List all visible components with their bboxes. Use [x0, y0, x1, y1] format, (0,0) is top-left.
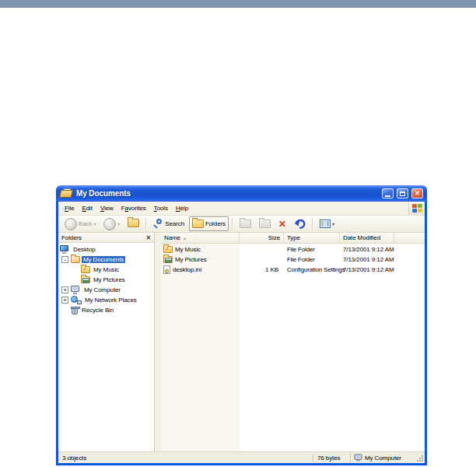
file-type-cell: File Folder [284, 256, 340, 263]
views-dropdown-icon: ▾ [332, 221, 334, 226]
expand-box-icon[interactable]: + [61, 286, 68, 293]
file-row-desktop-ini[interactable]: desktop.ini1 KBConfiguration Settings7/1… [161, 265, 425, 275]
windows-logo-tile [408, 202, 425, 215]
open-folder-icon [71, 256, 80, 263]
status-zone-label: My Computer [365, 455, 401, 462]
status-bar: 3 objects 76 bytes My Computer [58, 451, 425, 463]
tree-item-desktop[interactable]: Desktop [58, 244, 154, 255]
menu-tools[interactable]: Tools [150, 203, 172, 213]
minimize-button[interactable] [382, 188, 394, 198]
computer-icon [71, 286, 81, 294]
network-icon [71, 296, 82, 304]
close-button[interactable]: ✕ [411, 188, 423, 198]
tree-item-my-documents[interactable]: -My Documents [58, 255, 154, 265]
folders-pane-close-icon[interactable]: ✕ [145, 234, 151, 241]
copy-to-button[interactable] [256, 216, 274, 231]
toolbar-separator [312, 218, 313, 230]
tree-item-recycle-bin[interactable]: Recycle Bin [58, 305, 154, 315]
music-folder-icon [163, 246, 173, 253]
delete-button[interactable]: ✕ [275, 216, 289, 231]
tree-label: My Network Places [83, 297, 138, 304]
file-modified-cell: 7/13/2001 9:12 AM [340, 266, 394, 273]
back-dropdown-icon[interactable]: ▾ [93, 221, 96, 226]
music-folder-icon [81, 266, 90, 273]
menu-items: FileEditViewFavoritesToolsHelp [58, 203, 192, 213]
menu-favorites[interactable]: Favorites [117, 203, 150, 213]
folders-pane: Folders ✕ Desktop-My DocumentsMy MusicMy… [58, 233, 155, 451]
column-label: Size [268, 234, 280, 241]
tree-item-my-computer[interactable]: +My Computer [58, 285, 154, 295]
pictures-folder-icon [163, 256, 173, 263]
window-body: FileEditViewFavoritesToolsHelp ← Back ▾ … [56, 202, 427, 465]
status-zone: My Computer [350, 452, 425, 463]
forward-button[interactable]: → ▾ [100, 216, 123, 231]
column-header-date-modified[interactable]: Date Modified [340, 233, 394, 243]
title-bar[interactable]: My Documents ✕ [56, 185, 427, 202]
file-row-my-music[interactable]: My MusicFile Folder7/13/2001 9:12 AM [161, 244, 425, 255]
file-name: desktop.ini [173, 266, 201, 273]
forward-dropdown-icon[interactable]: ▾ [117, 221, 120, 226]
menu-file[interactable]: File [61, 203, 79, 213]
tree-item-my-pictures[interactable]: My Pictures [58, 275, 154, 285]
toolbar: ← Back ▾ → ▾ ↑ Search Folders [58, 216, 425, 233]
column-label: Date Modified [343, 234, 380, 241]
column-header-name[interactable]: Name▴ [161, 233, 240, 243]
file-type-cell: Configuration Settings [284, 266, 340, 273]
column-header-size[interactable]: Size [240, 233, 284, 243]
folders-pane-header: Folders ✕ [58, 233, 154, 243]
file-name: My Pictures [175, 256, 207, 263]
tree-label: Recycle Bin [80, 307, 115, 314]
collapse-box-icon[interactable]: - [61, 256, 68, 263]
recycle-bin-icon [71, 306, 79, 314]
copy-to-icon [259, 219, 271, 228]
file-name-cell: My Pictures [161, 256, 240, 263]
file-list-pane: Name▴SizeTypeDate Modified My MusicFile … [161, 233, 425, 451]
tree-item-my-network-places[interactable]: +My Network Places [58, 295, 154, 305]
folders-label: Folders [205, 220, 226, 227]
menu-help[interactable]: Help [172, 203, 192, 213]
views-button[interactable]: ▾ [317, 216, 338, 231]
file-name-cell: desktop.ini [161, 265, 240, 274]
file-row-my-pictures[interactable]: My PicturesFile Folder7/13/2001 9:12 AM [161, 255, 425, 265]
tree-item-my-music[interactable]: My Music [58, 265, 154, 275]
pane-splitter[interactable] [155, 233, 161, 451]
search-icon [153, 219, 163, 229]
column-label: Name [164, 234, 180, 241]
file-modified-cell: 7/13/2001 9:12 AM [340, 256, 394, 263]
column-label: Type [287, 234, 300, 241]
tree-label: My Music [92, 266, 121, 273]
file-list: My MusicFile Folder7/13/2001 9:12 AMMy P… [161, 244, 425, 451]
folders-button[interactable]: Folders [189, 216, 229, 231]
back-button[interactable]: ← Back ▾ [61, 216, 99, 231]
main-area: Folders ✕ Desktop-My DocumentsMy MusicMy… [58, 233, 425, 451]
maximize-button[interactable] [397, 188, 408, 198]
column-header-type[interactable]: Type [284, 233, 340, 243]
windows-logo-icon [411, 204, 422, 213]
forward-icon: → [103, 218, 116, 230]
back-label: Back [79, 220, 92, 227]
window-title: My Documents [76, 189, 379, 198]
desktop-icon [60, 245, 70, 254]
file-type-cell: File Folder [284, 246, 340, 253]
undo-button[interactable] [291, 216, 309, 231]
menu-view[interactable]: View [96, 203, 117, 213]
file-name-cell: My Music [161, 246, 240, 253]
back-icon: ← [65, 218, 77, 230]
move-to-button[interactable] [236, 216, 254, 231]
toolbar-separator [145, 218, 147, 230]
search-label: Search [165, 220, 184, 227]
up-button[interactable]: ↑ [124, 216, 142, 231]
resize-grip[interactable] [416, 455, 424, 462]
expand-box-icon[interactable]: + [61, 297, 68, 304]
column-header-filler [394, 233, 425, 243]
menu-edit[interactable]: Edit [79, 203, 96, 213]
file-name: My Music [175, 246, 201, 253]
search-button[interactable]: Search [150, 216, 187, 231]
my-computer-icon [355, 455, 362, 462]
folders-icon [192, 219, 204, 228]
column-headers: Name▴SizeTypeDate Modified [161, 233, 425, 244]
status-objects: 3 objects [58, 455, 313, 462]
pictures-folder-icon [81, 276, 90, 283]
tree-label: My Pictures [92, 276, 127, 283]
explorer-window: My Documents ✕ FileEditViewFavoritesTool… [56, 185, 427, 465]
